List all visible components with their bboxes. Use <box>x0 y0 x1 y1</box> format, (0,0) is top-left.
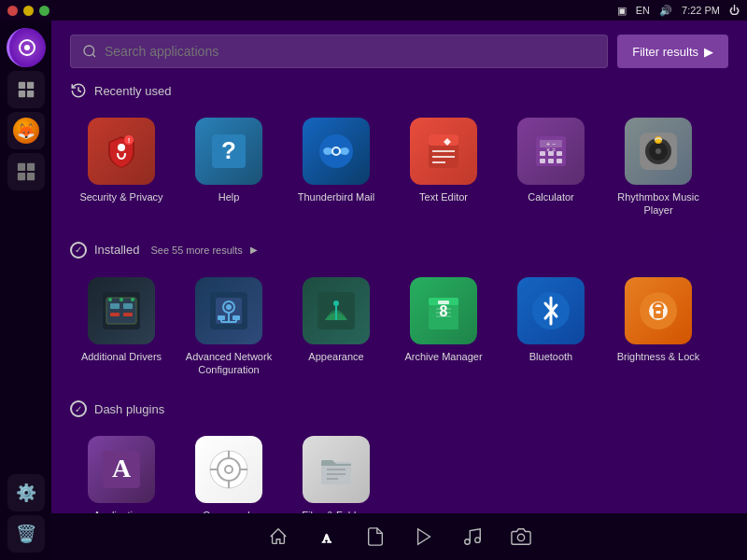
svg-text:A: A <box>322 532 331 545</box>
clock: 7:22 PM <box>682 5 720 16</box>
rhythmbox-icon <box>638 131 679 172</box>
svg-text:× =: × = <box>546 147 556 153</box>
installed-check-icon: ✓ <box>70 242 87 259</box>
close-button[interactable] <box>7 6 18 16</box>
language-indicator: EN <box>636 5 650 16</box>
rhythmbox-label: Rhythmbox Music Player <box>612 190 705 217</box>
filter-label: Filter results <box>632 45 698 59</box>
app-text-editor[interactable]: Text Editor <box>392 110 495 225</box>
app-help[interactable]: ? Help <box>177 110 280 225</box>
recently-used-label: Recently used <box>94 84 171 98</box>
app-adv-network[interactable]: Advanced Network Configuration <box>177 270 280 385</box>
commands-icon-wrapper <box>195 436 262 503</box>
svg-rect-5 <box>26 91 33 97</box>
sidebar-item-trash[interactable]: 🗑️ <box>7 515 45 553</box>
sidebar-item-firefox[interactable]: 🦊 <box>7 112 45 149</box>
svg-point-48 <box>120 298 123 301</box>
filter-results-button[interactable]: Filter results ▶ <box>617 35 728 68</box>
app-rhythmbox[interactable]: Rhythmbox Music Player <box>607 110 710 225</box>
svg-rect-7 <box>26 163 34 171</box>
archive-manager-icon: 8 <box>423 290 464 331</box>
app-appearance[interactable]: Appearance <box>285 270 388 385</box>
bluetooth-icon-wrapper <box>517 277 585 344</box>
app-commands[interactable]: Commands <box>177 428 280 513</box>
svg-point-57 <box>333 301 339 306</box>
adv-network-icon <box>208 290 249 331</box>
svg-marker-84 <box>417 529 430 545</box>
search-icon <box>82 44 97 59</box>
svg-rect-43 <box>110 303 120 309</box>
recently-used-icon <box>70 82 87 99</box>
dash-plugins-check-icon: ✓ <box>70 400 87 417</box>
svg-rect-6 <box>17 163 24 171</box>
brightness-lock-icon-wrapper <box>625 277 692 344</box>
text-editor-label: Text Editor <box>419 190 468 203</box>
svg-rect-46 <box>123 313 133 316</box>
calculator-icon-wrapper: + − × = <box>517 118 585 185</box>
svg-point-12 <box>118 144 125 151</box>
power-icon: ⏻ <box>729 5 740 16</box>
files-folders-icon-wrapper <box>303 436 370 503</box>
brightness-lock-label: Brightness & Lock <box>617 350 700 363</box>
svg-point-85 <box>464 539 470 545</box>
app-files-folders[interactable]: Files & Folders <box>285 428 388 513</box>
app-applications[interactable]: A Applications <box>70 428 173 513</box>
app-bluetooth[interactable]: Bluetooth <box>500 270 602 385</box>
sidebar-item-unity[interactable] <box>7 28 46 67</box>
bottom-bar: A <box>51 513 747 560</box>
thunderbird-icon-wrapper <box>303 118 370 185</box>
bottom-music-icon[interactable] <box>462 526 483 547</box>
svg-line-11 <box>92 54 95 57</box>
thunderbird-label: Thunderbird Mail <box>298 190 375 203</box>
rhythmbox-icon-wrapper <box>625 118 692 185</box>
app-calculator[interactable]: + − × = Calculator <box>500 110 602 225</box>
bottom-camera-icon[interactable] <box>511 526 531 547</box>
sidebar-item-files[interactable] <box>7 153 45 190</box>
applications-icon-wrapper: A <box>88 436 155 503</box>
text-editor-icon-wrapper <box>410 118 477 185</box>
svg-rect-29 <box>557 151 562 156</box>
brightness-lock-icon <box>638 290 679 331</box>
svg-text:!: ! <box>128 136 131 145</box>
volume-icon: 🔊 <box>659 5 672 17</box>
maximize-button[interactable] <box>39 6 49 16</box>
svg-point-49 <box>131 298 134 301</box>
app-thunderbird[interactable]: Thunderbird Mail <box>285 110 388 225</box>
commands-icon <box>208 449 249 490</box>
bottom-media-icon[interactable] <box>414 526 434 547</box>
svg-rect-54 <box>218 315 225 320</box>
see-more-link[interactable]: See 55 more results <box>150 245 242 256</box>
installed-label: Installed <box>94 243 139 257</box>
sidebar-item-home[interactable] <box>7 71 45 108</box>
top-bar: ▣ EN 🔊 7:22 PM ⏻ <box>0 0 747 21</box>
additional-drivers-icon-wrapper <box>88 277 155 344</box>
svg-rect-2 <box>18 82 24 89</box>
additional-drivers-icon <box>101 290 142 331</box>
files-folders-icon <box>316 449 357 490</box>
svg-rect-44 <box>123 303 133 309</box>
help-icon-wrapper: ? <box>195 118 262 185</box>
appearance-icon <box>316 290 357 331</box>
svg-rect-30 <box>540 159 545 163</box>
svg-rect-55 <box>233 315 240 320</box>
svg-rect-27 <box>540 151 545 156</box>
installed-header: ✓ Installed See 55 more results ▶ <box>70 242 728 259</box>
sidebar-item-gear[interactable]: ⚙️ <box>7 474 45 511</box>
app-additional-drivers[interactable]: Additional Drivers <box>70 270 173 385</box>
bottom-files-icon[interactable] <box>365 526 386 547</box>
svg-rect-31 <box>548 159 554 163</box>
additional-drivers-label: Additional Drivers <box>81 350 162 363</box>
app-security-privacy[interactable]: ! Security & Privacy <box>70 110 173 225</box>
app-archive-manager[interactable]: 8 Archive Manager <box>392 270 495 385</box>
search-input-wrapper[interactable] <box>70 35 608 68</box>
svg-point-10 <box>84 46 94 56</box>
calculator-icon: + − × = <box>530 131 571 172</box>
search-input[interactable] <box>105 44 596 59</box>
svg-text:?: ? <box>221 136 236 164</box>
svg-rect-8 <box>17 173 24 180</box>
bottom-home-icon[interactable] <box>268 526 289 547</box>
minimize-button[interactable] <box>23 6 34 16</box>
bottom-apps-icon[interactable]: A <box>317 526 337 547</box>
adv-network-label: Advanced Network Configuration <box>182 350 275 377</box>
app-brightness-lock[interactable]: Brightness & Lock <box>607 270 710 385</box>
